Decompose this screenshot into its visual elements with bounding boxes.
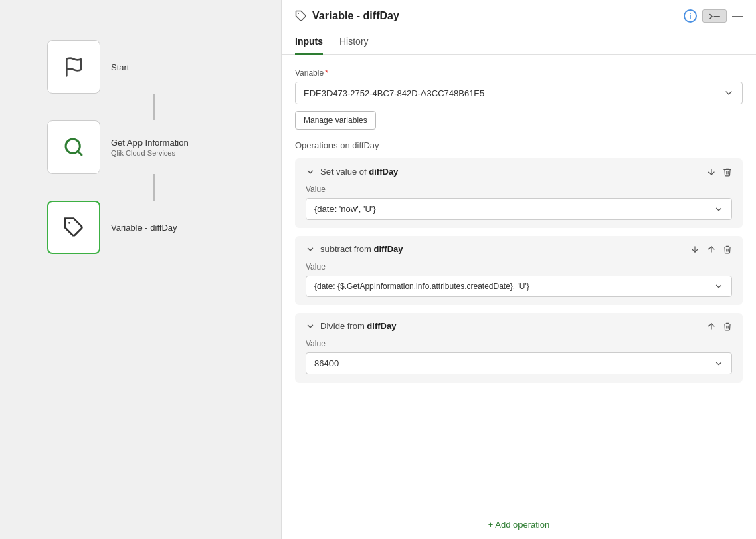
panel-content: Variable* EDE3D473-2752-4BC7-842D-A3CC74… <box>282 55 756 510</box>
flow-item-variable: Variable - diffDay <box>47 201 234 254</box>
variable-label: Variable - diffDay <box>111 223 177 233</box>
operation-card-set-value: Set value of diffDay Value {date: 'now',… <box>295 158 743 228</box>
op2-value-label: Value <box>306 262 732 272</box>
flow-item-start: Start <box>47 40 234 94</box>
op2-up-icon[interactable] <box>706 245 716 254</box>
search-icon <box>63 136 84 158</box>
get-app-title: Get App Information <box>111 138 189 148</box>
tab-inputs[interactable]: Inputs <box>295 29 323 55</box>
flag-icon <box>63 56 84 78</box>
variable-select-value: EDE3D473-2752-4BC7-842D-A3CC748B61E5 <box>304 88 484 98</box>
get-app-subtitle: Qlik Cloud Services <box>111 149 189 157</box>
op2-value-chevron <box>714 282 723 291</box>
panel-header: Variable - diffDay i — <box>282 0 756 29</box>
op2-value-section: Value {date: {$.GetAppInformation.info.a… <box>306 262 732 297</box>
operation-header-2: subtract from diffDay <box>306 244 732 254</box>
left-panel: Start Get App Information Qlik Cloud Ser… <box>0 0 281 539</box>
op1-value-field[interactable]: {date: 'now', 'U'} <box>306 198 732 220</box>
op2-title-row: subtract from diffDay <box>306 244 403 254</box>
tag-icon <box>63 217 84 238</box>
panel-title: Variable - diffDay <box>312 10 399 22</box>
op1-title: Set value of diffDay <box>320 167 398 177</box>
variable-chevron-icon <box>723 88 734 98</box>
op1-chevron-icon[interactable] <box>306 167 315 177</box>
variable-field-label: Variable* <box>295 68 743 78</box>
tag-header-icon <box>295 10 307 22</box>
operation-header-1: Set value of diffDay <box>306 167 732 177</box>
panel-header-icons: i — <box>684 9 743 23</box>
tab-history[interactable]: History <box>339 29 369 55</box>
op2-value: {date: {$.GetAppInformation.info.attribu… <box>314 282 529 291</box>
add-operation-label: + Add operation <box>488 520 549 530</box>
op1-value-section: Value {date: 'now', 'U'} <box>306 185 732 220</box>
operation-header-3: Divide from diffDay <box>306 321 732 331</box>
op2-chevron-icon[interactable] <box>306 245 315 254</box>
code-toggle-icon <box>709 12 720 20</box>
variable-node[interactable] <box>47 201 100 254</box>
variable-title: Variable - diffDay <box>111 223 177 233</box>
toggle-button[interactable] <box>702 9 727 23</box>
connector-1 <box>153 94 155 120</box>
tabs: Inputs History <box>282 29 756 55</box>
op1-value-label: Value <box>306 185 732 194</box>
op3-chevron-icon[interactable] <box>306 322 315 331</box>
start-node[interactable] <box>47 40 100 94</box>
op3-delete-icon[interactable] <box>723 322 732 331</box>
variable-select[interactable]: EDE3D473-2752-4BC7-842D-A3CC748B61E5 <box>295 82 743 104</box>
op3-value-chevron <box>714 359 723 368</box>
op3-actions <box>706 322 732 331</box>
op3-value-label: Value <box>306 339 732 348</box>
op1-value: {date: 'now', 'U'} <box>314 204 376 214</box>
op2-actions <box>690 245 732 254</box>
op1-delete-icon[interactable] <box>723 167 732 177</box>
svg-line-2 <box>78 151 82 155</box>
op2-delete-icon[interactable] <box>723 245 732 254</box>
flow-item-get-app: Get App Information Qlik Cloud Services <box>47 120 234 174</box>
operation-card-subtract: subtract from diffDay Value <box>295 236 743 305</box>
info-button[interactable]: i <box>684 9 697 23</box>
op3-value: 86400 <box>314 358 339 368</box>
panel-title-row: Variable - diffDay <box>295 10 399 22</box>
get-app-label: Get App Information Qlik Cloud Services <box>111 138 189 157</box>
start-title: Start <box>111 62 129 72</box>
op1-actions <box>706 167 732 177</box>
op2-value-field[interactable]: {date: {$.GetAppInformation.info.attribu… <box>306 276 732 297</box>
minimize-button[interactable]: — <box>732 11 743 21</box>
manage-variables-button[interactable]: Manage variables <box>295 111 376 130</box>
op3-value-section: Value 86400 <box>306 339 732 374</box>
op3-title-row: Divide from diffDay <box>306 321 396 331</box>
op1-down-icon[interactable] <box>706 167 716 177</box>
op3-value-field[interactable]: 86400 <box>306 352 732 374</box>
operations-section-label: Operations on diffDay <box>295 140 743 150</box>
connector-2 <box>153 174 155 201</box>
op2-down-icon[interactable] <box>690 245 700 254</box>
start-label: Start <box>111 62 129 72</box>
op1-title-row: Set value of diffDay <box>306 167 398 177</box>
op3-up-icon[interactable] <box>706 322 716 331</box>
op2-title: subtract from diffDay <box>320 244 403 254</box>
op1-value-chevron <box>714 205 723 214</box>
right-panel: Variable - diffDay i — Inputs History Va… <box>281 0 756 539</box>
operation-card-divide: Divide from diffDay Value 86400 <box>295 313 743 383</box>
add-operation-button[interactable]: + Add operation <box>282 510 756 539</box>
op3-title: Divide from diffDay <box>320 321 396 331</box>
get-app-node[interactable] <box>47 120 100 174</box>
